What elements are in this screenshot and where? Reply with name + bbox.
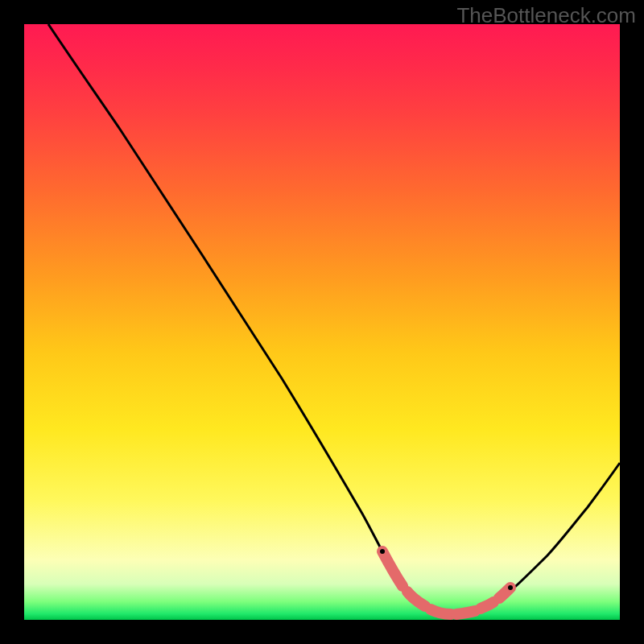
- watermark-text: TheBottleneck.com: [456, 3, 636, 28]
- marker-band: [382, 551, 510, 614]
- marker-end-right: [508, 585, 513, 590]
- plot-area: [24, 24, 620, 620]
- chart-container: TheBottleneck.com: [0, 0, 644, 644]
- bottleneck-curve-line: [48, 24, 620, 614]
- marker-end-left: [380, 549, 385, 554]
- bottleneck-curve-svg: [24, 24, 620, 620]
